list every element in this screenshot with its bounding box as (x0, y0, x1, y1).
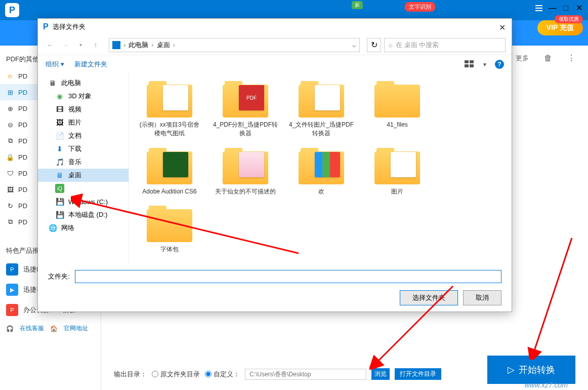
chevron-right-icon: › (151, 41, 153, 49)
tree-item-documents[interactable]: 📄文档 (38, 129, 129, 142)
new-folder-button[interactable]: 新建文件夹 (74, 60, 107, 69)
address-bar[interactable]: › 此电脑 › 桌面 › ⌵ (109, 38, 360, 52)
rotate-icon: ↻ (6, 202, 14, 210)
cube-icon: ◉ (55, 92, 64, 101)
tree-item-downloads[interactable]: ⬇下载 (38, 142, 129, 155)
sidebar-item-label: PD (18, 186, 27, 193)
address-dropdown-icon[interactable]: ⌵ (352, 41, 356, 49)
split-icon: ⎋ (6, 72, 14, 80)
drive-icon: 💾 (55, 210, 64, 219)
sidebar-item-label: PD (18, 105, 27, 112)
folder-label: (示例）xx项目3号宿舍楼电气图纸 (137, 121, 202, 138)
folder-item[interactable]: (示例）xx项目3号宿舍楼电气图纸 (137, 81, 202, 138)
svg-rect-3 (470, 64, 474, 67)
tree-item-network[interactable]: 🌐网络 (38, 221, 129, 235)
more-button[interactable]: 更多 (516, 54, 529, 63)
chevron-right-icon: › (123, 41, 125, 49)
recent-dropdown-icon[interactable]: ▾ (74, 39, 87, 51)
add-icon: ⊕ (6, 104, 14, 112)
view-mode-icon[interactable] (465, 60, 475, 68)
menu-icon[interactable] (535, 5, 543, 11)
output-label: 输出目录： (114, 370, 147, 379)
folder-item[interactable]: PDF4_PDF分割_迅捷PDF转换器 (213, 81, 278, 138)
tree-item-videos[interactable]: 🎞视频 (38, 103, 129, 116)
breadcrumb-item[interactable]: 桌面 (157, 41, 170, 50)
breadcrumb-item[interactable]: 此电脑 (129, 41, 148, 50)
folder-item[interactable]: 关于仙女的不可描述的 (213, 148, 278, 196)
tree-item-3d[interactable]: ◉3D 对象 (38, 90, 129, 103)
home-icon: 🏠 (50, 325, 58, 332)
sidebar-item-label: PD (18, 121, 27, 129)
sidebar-item-label: PD (18, 170, 27, 177)
tree-item-drive-c[interactable]: 💾Windows (C:) (38, 195, 129, 208)
folder-item[interactable]: 欢 (288, 148, 354, 196)
original-dir-radio[interactable]: 原文件夹目录 (152, 370, 200, 379)
computer-icon (112, 41, 120, 49)
folder-item[interactable]: 字体包 (137, 206, 202, 254)
refresh-icon[interactable]: ↻ (367, 38, 381, 52)
folder-item[interactable]: 4_文件转图片_迅捷PDF转换器 (288, 81, 354, 138)
sidebar-item-label: PD (18, 137, 27, 145)
remove-icon: ⊖ (6, 121, 14, 129)
copy-icon: ⧉ (6, 137, 14, 145)
close-icon[interactable]: ✕ (575, 3, 583, 13)
folder-item[interactable]: Adobe Audition CS6 (137, 148, 202, 196)
video-converter-icon: ▶ (6, 284, 18, 296)
sidebar-item-label: PD (18, 72, 27, 80)
kebab-icon[interactable]: ⋮ (567, 53, 575, 63)
tree-item-iqiyi[interactable]: iQ (38, 182, 129, 195)
sidebar-item-label: PD (18, 89, 27, 96)
custom-dir-radio[interactable]: 自定义： (205, 370, 240, 379)
folder-label: 4_文件转图片_迅捷PDF转换器 (288, 121, 354, 138)
search-input[interactable]: ⌕ 在 桌面 中搜索 (384, 38, 506, 52)
folder-label: Adobe Audition CS6 (142, 187, 196, 196)
close-icon[interactable]: ✕ (499, 23, 506, 32)
folder-label: 41_files (387, 121, 407, 129)
website-link[interactable]: 官网地址 (64, 324, 88, 333)
extract-icon: ⧉ (6, 218, 14, 226)
folder-name-input[interactable] (75, 270, 501, 283)
pdf-editor-icon: P (6, 263, 18, 276)
network-icon: 🌐 (48, 223, 57, 232)
folder-item[interactable]: 图片 (364, 148, 430, 196)
open-dir-button[interactable]: 打开文件目录 (395, 368, 441, 380)
search-icon: ⌕ (389, 41, 393, 49)
forward-icon[interactable]: → (59, 39, 71, 51)
ppt-template-icon: P (6, 304, 18, 316)
maximize-icon[interactable]: □ (562, 4, 570, 13)
svg-rect-2 (465, 64, 469, 67)
folder-label: 字体包 (160, 245, 179, 254)
video-icon: 🎞 (55, 105, 64, 114)
minimize-icon[interactable]: — (549, 4, 557, 13)
computer-icon: 🖥 (48, 79, 57, 88)
cancel-button[interactable]: 取消 (463, 290, 501, 305)
output-path-input[interactable] (245, 369, 366, 380)
tree-item-desktop[interactable]: 🖥桌面 (38, 169, 129, 182)
svg-rect-0 (465, 60, 469, 63)
tree-item-music[interactable]: 🎵音乐 (38, 155, 129, 169)
view-dropdown-icon[interactable]: ▼ (482, 62, 487, 67)
tree-item-computer[interactable]: 🖥此电脑 (38, 76, 129, 90)
start-convert-button[interactable]: ▷ 开始转换 (487, 356, 575, 384)
folder-label: 图片 (391, 187, 403, 196)
tree-item-drive-d[interactable]: 💾本地磁盘 (D:) (38, 208, 129, 221)
folder-picker-dialog: P 选择文件夹 ✕ ← → ▾ ↑ › 此电脑 › 桌面 › ⌵ ↻ ⌕ 在 桌… (37, 18, 512, 312)
folder-item[interactable]: 41_files (364, 81, 430, 138)
help-icon[interactable]: ? (495, 60, 504, 69)
folder-tree: 🖥此电脑 ◉3D 对象 🎞视频 🖼图片 📄文档 ⬇下载 🎵音乐 🖥桌面 iQ 💾… (38, 73, 129, 264)
select-folder-button[interactable]: 选择文件夹 (400, 290, 458, 305)
organize-button[interactable]: 组织 ▾ (46, 60, 64, 69)
tree-item-pictures[interactable]: 🖼图片 (38, 116, 129, 129)
trash-icon[interactable]: 🗑 (544, 54, 552, 63)
start-button-label: 开始转换 (519, 364, 555, 376)
drive-icon: 💾 (55, 197, 64, 206)
up-icon[interactable]: ↑ (90, 39, 102, 51)
file-grid: (示例）xx项目3号宿舍楼电气图纸 PDF4_PDF分割_迅捷PDF转换器 4_… (129, 73, 512, 264)
headset-icon: 🎧 (6, 325, 14, 332)
folder-label: 欢 (318, 187, 324, 196)
document-icon: 📄 (55, 131, 64, 140)
customer-service-link[interactable]: 在线客服 (20, 324, 44, 333)
shield-icon: 🛡 (6, 169, 14, 177)
back-icon[interactable]: ← (44, 39, 56, 51)
browse-button[interactable]: 浏览 (371, 368, 390, 380)
